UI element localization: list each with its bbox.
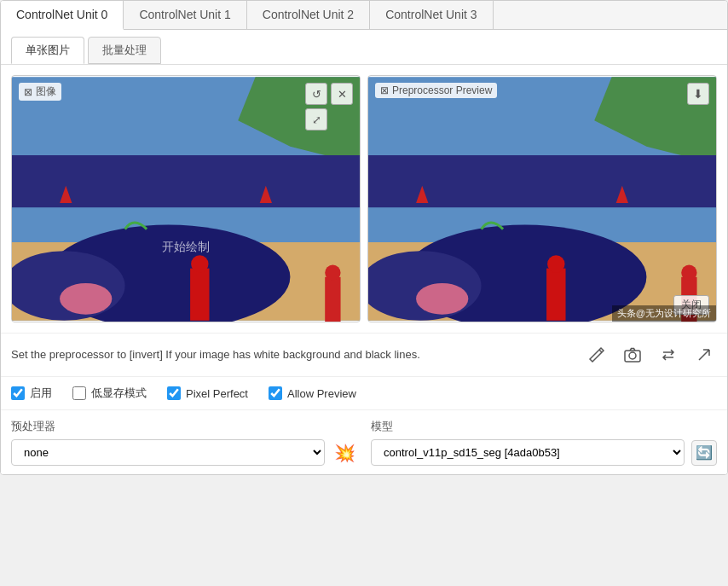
allow-preview-input[interactable] <box>269 386 282 400</box>
right-panel-label-text: Preprocessor Preview <box>392 84 492 96</box>
svg-rect-21 <box>546 269 565 321</box>
tab-unit3[interactable]: ControlNet Unit 3 <box>370 1 493 29</box>
info-row: Set the preprocessor to [invert] If your… <box>1 333 727 376</box>
svg-point-8 <box>191 255 208 272</box>
info-text: Set the preprocessor to [invert] If your… <box>11 346 584 363</box>
preprocessor-label: 预处理器 <box>11 419 357 434</box>
image-icon: ⊠ <box>24 86 32 98</box>
arrow-icon[interactable] <box>691 342 717 368</box>
right-panel-label: ⊠ Preprocessor Preview <box>375 83 497 98</box>
preprocessor-select[interactable]: none canny depth hed mlsd openpose scrib… <box>11 439 325 466</box>
tab-unit1[interactable]: ControlNet Unit 1 <box>124 1 246 29</box>
watermark: 头条@无为设计研究所 <box>612 305 716 322</box>
svg-point-6 <box>60 283 112 315</box>
model-group: 模型 control_v11p_sd15_seg [4ada0b53] cont… <box>371 419 717 466</box>
left-panel-label-text: 图像 <box>36 84 56 99</box>
right-image-canvas <box>368 76 716 322</box>
model-select[interactable]: control_v11p_sd15_seg [4ada0b53] control… <box>371 439 685 466</box>
options-row: 启用 低显存模式 Pixel Perfect Allow Preview <box>1 376 727 409</box>
enable-checkbox[interactable]: 启用 <box>11 386 52 401</box>
preprocessor-inner: none canny depth hed mlsd openpose scrib… <box>11 439 357 466</box>
star-button[interactable]: 💥 <box>332 440 357 466</box>
enable-input[interactable] <box>11 386 25 400</box>
svg-rect-7 <box>190 269 209 321</box>
download-button[interactable]: ⬇ <box>687 83 709 105</box>
svg-point-29 <box>629 352 636 359</box>
preview-icon: ⊠ <box>380 84 389 96</box>
refresh-button[interactable]: 🔄 <box>691 440 717 466</box>
swap-icon[interactable] <box>656 342 681 368</box>
lowvram-checkbox[interactable]: 低显存模式 <box>72 386 147 401</box>
image-panels: ⊠ 图像 ↺ ✕ ⤢ <box>1 65 727 333</box>
tab-unit2[interactable]: ControlNet Unit 2 <box>247 1 370 29</box>
svg-line-27 <box>599 350 602 352</box>
reset-button[interactable]: ↺ <box>305 83 327 105</box>
toolbar-icons <box>584 342 717 368</box>
sub-tabs: 单张图片 批量处理 <box>1 30 727 65</box>
model-selector-inner: control_v11p_sd15_seg [4ada0b53] control… <box>371 439 717 466</box>
preprocessor-group: 预处理器 none canny depth hed mlsd openpose … <box>11 419 357 466</box>
close-button[interactable]: ✕ <box>331 83 353 105</box>
left-panel-btn-row2: ⤢ <box>305 108 353 131</box>
pixel-perfect-checkbox[interactable]: Pixel Perfect <box>167 386 248 400</box>
svg-rect-9 <box>325 277 340 322</box>
edit-icon[interactable] <box>584 342 610 368</box>
pixel-perfect-input[interactable] <box>167 386 181 400</box>
left-panel-label: ⊠ 图像 <box>19 83 61 101</box>
enable-label: 启用 <box>30 386 52 401</box>
left-panel-btn-row: ↺ ✕ <box>305 83 353 105</box>
pixel-perfect-label: Pixel Perfect <box>186 387 248 400</box>
lowvram-label: 低显存模式 <box>91 386 147 401</box>
model-label: 模型 <box>371 419 717 434</box>
allow-preview-label: Allow Preview <box>287 387 356 400</box>
svg-point-10 <box>325 265 340 281</box>
camera-icon[interactable] <box>620 342 645 368</box>
svg-point-24 <box>681 265 696 281</box>
svg-point-20 <box>416 283 468 315</box>
top-tabs: ControlNet Unit 0 ControlNet Unit 1 Cont… <box>1 1 727 30</box>
left-image-panel[interactable]: ⊠ 图像 ↺ ✕ ⤢ <box>11 75 361 322</box>
lowvram-input[interactable] <box>72 386 86 400</box>
svg-text:开始绘制: 开始绘制 <box>162 240 210 253</box>
tab-unit0[interactable]: ControlNet Unit 0 <box>1 1 124 30</box>
tab-batch[interactable]: 批量处理 <box>88 37 161 64</box>
svg-point-22 <box>547 255 564 272</box>
allow-preview-checkbox[interactable]: Allow Preview <box>269 386 356 400</box>
expand-button[interactable]: ⤢ <box>305 108 327 131</box>
tab-single[interactable]: 单张图片 <box>11 37 84 64</box>
right-image-panel[interactable]: ⊠ Preprocessor Preview ⬇ 关 <box>367 75 717 322</box>
controlnet-panel: ControlNet Unit 0 ControlNet Unit 1 Cont… <box>0 0 728 475</box>
left-panel-actions: ↺ ✕ ⤢ <box>305 83 353 131</box>
selectors-row: 预处理器 none canny depth hed mlsd openpose … <box>1 409 727 474</box>
